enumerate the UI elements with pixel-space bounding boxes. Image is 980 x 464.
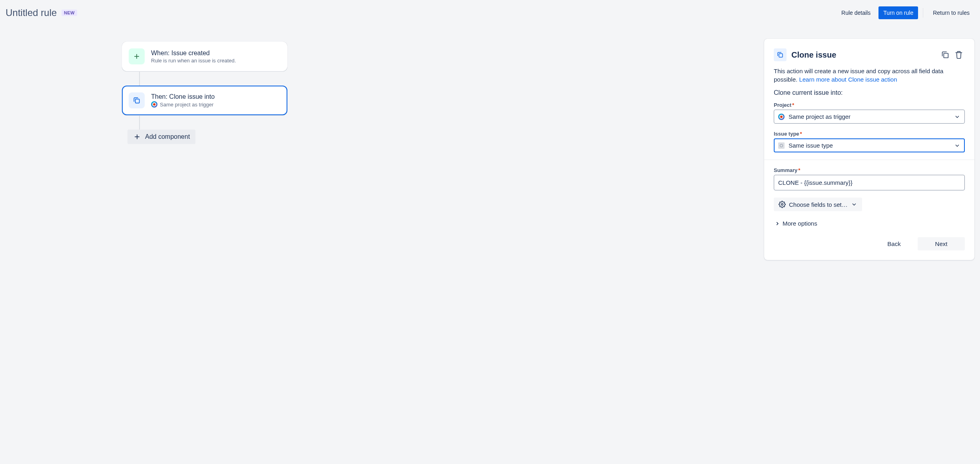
panel-actions [939, 49, 965, 61]
required-indicator: * [800, 131, 802, 137]
required-indicator: * [792, 102, 794, 108]
action-node[interactable]: Then: Clone issue into Same project as t… [122, 86, 287, 115]
action-title: Then: Clone issue into [151, 93, 281, 100]
action-subtitle-text: Same project as trigger [160, 102, 213, 108]
action-config-panel: Clone issue This action will create a ne… [764, 39, 974, 150]
project-value: Same project as trigger [789, 113, 950, 120]
learn-more-link[interactable]: Learn more about Clone issue action [799, 76, 897, 83]
chevron-down-icon [954, 142, 960, 149]
panel-subheading: Clone current issue into: [774, 89, 965, 96]
header-actions: Rule details Turn on rule Return to rule… [837, 6, 974, 19]
plus-icon [133, 133, 141, 141]
divider [923, 8, 923, 18]
panel-header: Clone issue [774, 48, 965, 61]
trash-icon [954, 50, 963, 59]
issue-type-field: Issue type* Same issue type [774, 131, 965, 150]
project-select[interactable]: Same project as trigger [774, 110, 965, 124]
project-label: Project* [774, 102, 965, 108]
panel-title: Clone issue [791, 50, 934, 60]
issue-type-select[interactable]: Same issue type [774, 138, 965, 150]
header-left: Untitled rule NEW [6, 7, 77, 18]
chevron-down-icon [954, 114, 960, 120]
duplicate-icon [941, 50, 950, 59]
project-avatar-icon [151, 101, 157, 108]
trigger-node[interactable]: When: Issue created Rule is run when an … [122, 42, 287, 71]
svg-rect-2 [135, 99, 139, 103]
turn-on-rule-button[interactable]: Turn on rule [878, 6, 918, 19]
delete-button[interactable] [953, 49, 965, 61]
issue-type-value: Same issue type [789, 142, 950, 149]
connector-line [139, 71, 140, 86]
node-content: Then: Clone issue into Same project as t… [151, 93, 281, 108]
panel-description: This action will create a new issue and … [774, 67, 965, 84]
return-to-rules-button[interactable]: Return to rules [928, 6, 974, 19]
copy-icon [774, 48, 787, 61]
new-badge: NEW [62, 10, 77, 16]
svg-rect-6 [944, 53, 948, 58]
node-content: When: Issue created Rule is run when an … [151, 50, 281, 64]
svg-rect-5 [779, 54, 783, 57]
project-avatar-icon [778, 114, 785, 120]
rule-details-button[interactable]: Rule details [837, 6, 875, 19]
duplicate-button[interactable] [939, 49, 951, 61]
trigger-subtitle: Rule is run when an issue is created. [151, 58, 281, 64]
copy-icon [129, 92, 145, 108]
issue-type-icon [778, 142, 785, 149]
add-component-button[interactable]: Add component [127, 130, 195, 144]
trigger-title: When: Issue created [151, 50, 281, 57]
plus-icon [129, 48, 145, 64]
page-title: Untitled rule [6, 7, 57, 18]
add-component-label: Add component [145, 133, 190, 140]
issue-type-label: Issue type* [774, 131, 965, 137]
page-header: Untitled rule NEW Rule details Turn on r… [0, 0, 980, 26]
connector-line [139, 115, 140, 130]
action-subtitle: Same project as trigger [151, 101, 281, 108]
project-field: Project* Same project as trigger [774, 102, 965, 124]
